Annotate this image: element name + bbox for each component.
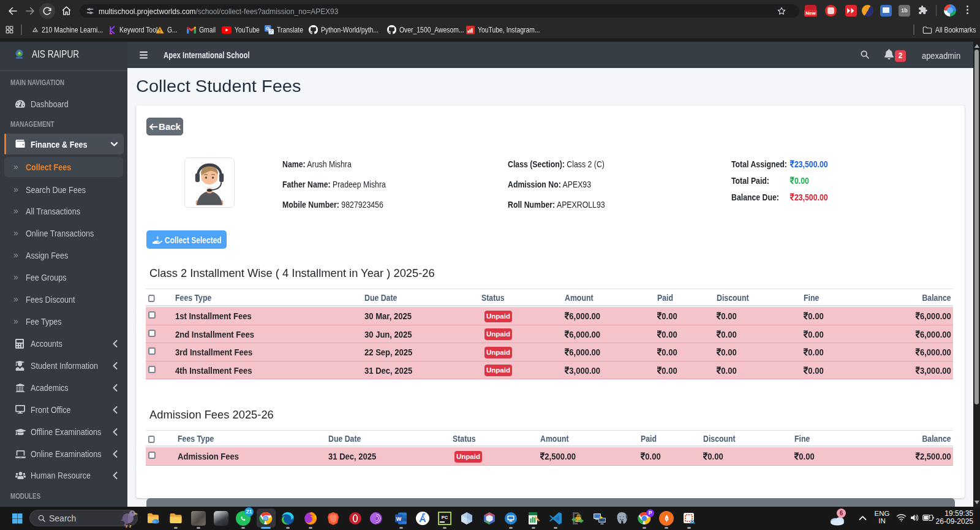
svg-text:PC: PC xyxy=(442,515,448,520)
svg-text:W: W xyxy=(396,516,402,522)
svg-text:文: 文 xyxy=(269,29,274,34)
